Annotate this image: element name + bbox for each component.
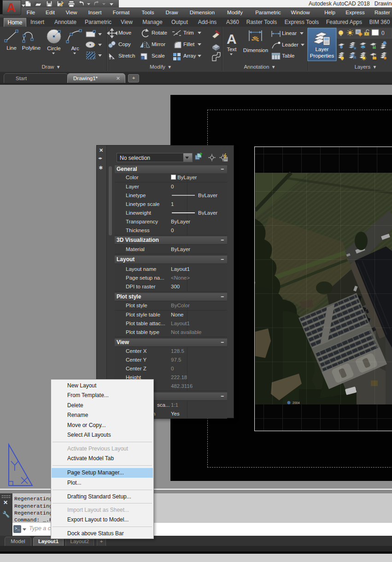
svg-text:ByLayer: ByLayer xyxy=(198,211,217,215)
svg-text:A: A xyxy=(6,0,16,15)
svg-text:2004: 2004 xyxy=(293,401,300,404)
svg-text:0: 0 xyxy=(381,30,385,36)
svg-text:ByLayer: ByLayer xyxy=(198,193,217,198)
svg-text:A: A xyxy=(227,31,237,47)
